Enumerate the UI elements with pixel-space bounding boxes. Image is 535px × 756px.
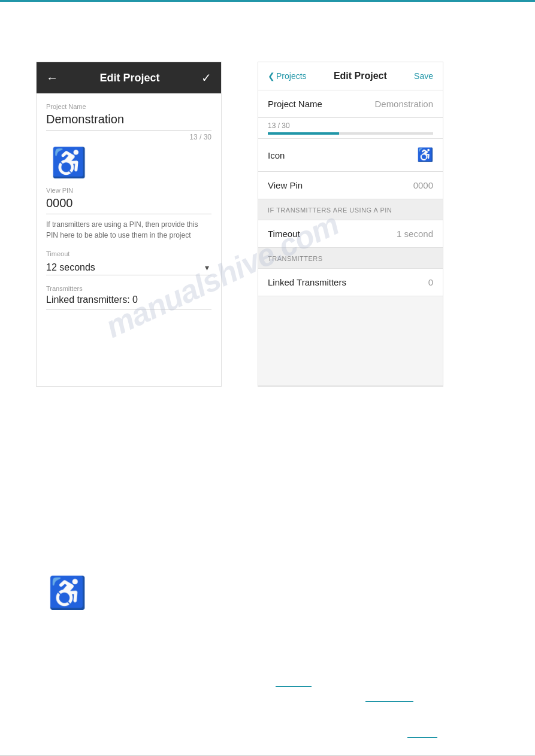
right-icon-value: ♿ — [417, 147, 433, 163]
back-label: Projects — [276, 71, 307, 81]
transmitters-label: Transmitters — [46, 285, 211, 292]
pin-hint-text: If transmitters are using a PIN, then pr… — [46, 219, 211, 241]
char-count: 13 / 30 — [46, 133, 211, 141]
progress-row: 13 / 30 — [258, 118, 443, 139]
timeout-select-wrapper: 1 second 2 seconds 5 seconds 10 seconds … — [46, 260, 211, 275]
right-panel: ❮ Projects Edit Project Save Project Nam… — [258, 62, 443, 387]
section-transmitters-pin: IF TRANSMITTERS ARE USING A PIN — [258, 199, 443, 220]
right-row-view-pin[interactable]: View Pin 0000 — [258, 172, 443, 199]
right-back-button[interactable]: ❮ Projects — [268, 71, 307, 81]
view-pin-value[interactable]: 0000 — [46, 196, 211, 214]
right-timeout-label: Timeout — [268, 229, 300, 239]
project-name-value[interactable]: Demonstration — [46, 113, 211, 130]
left-icon-display: ♿ — [51, 148, 211, 177]
project-name-label: Project Name — [46, 103, 211, 110]
right-row-project-name[interactable]: Project Name Demonstration — [258, 90, 443, 118]
right-row-timeout[interactable]: Timeout 1 second — [258, 220, 443, 248]
transmitters-value: Linked transmitters: 0 — [46, 294, 211, 309]
progress-label: 13 / 30 — [268, 122, 433, 130]
right-row-linked-transmitters[interactable]: Linked Transmitters 0 — [258, 269, 443, 296]
right-row-icon[interactable]: Icon ♿ — [258, 139, 443, 172]
transmitters-empty-area — [258, 296, 443, 386]
timeout-label: Timeout — [46, 250, 211, 257]
right-project-name-value: Demonstration — [374, 99, 433, 109]
standalone-accessibility-icon: ♿ — [48, 575, 87, 611]
confirm-icon[interactable]: ✓ — [201, 71, 211, 85]
left-panel: ← Edit Project ✓ Project Name Demonstrat… — [36, 62, 222, 387]
view-pin-label: View PIN — [46, 187, 211, 194]
back-icon[interactable]: ← — [46, 71, 58, 85]
left-panel-title: Edit Project — [99, 72, 159, 84]
right-icon-label: Icon — [268, 150, 285, 160]
progress-bar-fill — [268, 132, 339, 135]
section-transmitters: TRANSMITTERS — [258, 248, 443, 269]
right-linked-transmitters-label: Linked Transmitters — [268, 277, 346, 287]
right-project-name-label: Project Name — [268, 99, 322, 109]
back-chevron-icon: ❮ — [268, 71, 275, 81]
left-panel-header: ← Edit Project ✓ — [37, 62, 221, 93]
save-button[interactable]: Save — [414, 71, 433, 81]
right-linked-transmitters-value: 0 — [428, 277, 433, 287]
right-panel-header: ❮ Projects Edit Project Save — [258, 62, 443, 90]
right-view-pin-value: 0000 — [413, 180, 433, 190]
right-timeout-value: 1 second — [397, 229, 433, 239]
timeout-select[interactable]: 1 second 2 seconds 5 seconds 10 seconds … — [46, 260, 211, 275]
section-transmitters-pin-label: IF TRANSMITTERS ARE USING A PIN — [268, 207, 392, 214]
right-panel-title: Edit Project — [334, 71, 387, 81]
underline-decoration-1 — [276, 686, 312, 687]
underline-decoration-2 — [365, 701, 413, 702]
left-panel-body: Project Name Demonstration 13 / 30 ♿ Vie… — [37, 93, 221, 319]
progress-bar-container — [268, 132, 433, 135]
underline-decoration-3 — [407, 737, 437, 738]
section-transmitters-label: TRANSMITTERS — [268, 255, 323, 262]
right-view-pin-label: View Pin — [268, 180, 303, 190]
